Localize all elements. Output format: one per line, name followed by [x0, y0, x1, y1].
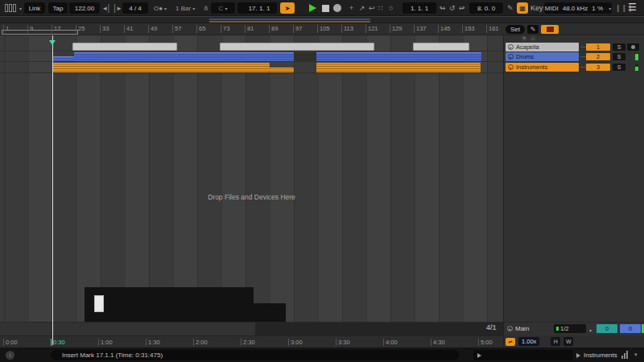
quantize-value: 1 Bar — [175, 5, 191, 12]
solo-button[interactable]: S — [613, 43, 625, 51]
main-track-header[interactable]: ▸ Main 1/2 ▾ 0 0 — [503, 322, 644, 335]
arm-button[interactable] — [627, 43, 639, 51]
unfold-track-icon[interactable]: ▸ — [508, 64, 514, 70]
time-signature-field[interactable]: 4 / 4 — [122, 2, 148, 14]
key-map-button[interactable]: Key — [530, 2, 543, 14]
beat-time-ruler[interactable]: 1917253341495765738189971051131211291371… — [0, 23, 503, 35]
audio-clip[interactable] — [294, 52, 316, 61]
audio-clip[interactable] — [220, 43, 374, 51]
chevron-down-icon[interactable]: ▾ — [634, 352, 638, 358]
quantize-menu[interactable]: 1 Bar▾ — [172, 2, 198, 14]
level-bars-icon[interactable] — [621, 351, 628, 359]
arrangement-canvas[interactable]: Drop Files and Devices Here — [0, 35, 503, 322]
playback-speed-field[interactable]: 1.00x — [518, 337, 539, 346]
punch-in-icon[interactable]: ↬ — [440, 2, 446, 14]
solo-button[interactable]: S — [613, 64, 625, 71]
info-view-toggle[interactable]: i — [6, 351, 14, 360]
time-tick-label: 3:30 — [336, 339, 350, 346]
audio-clip[interactable] — [74, 52, 294, 61]
track-name-box[interactable]: ▸ Instruments — [506, 63, 579, 72]
track-activator-button[interactable]: 2 — [586, 53, 610, 60]
chevron-down-icon[interactable]: ▾ — [609, 6, 611, 11]
draw-mode-pencil-icon[interactable]: ✎ — [507, 2, 514, 14]
solo-button[interactable]: S — [613, 53, 625, 60]
arrangement-record-button[interactable] — [541, 25, 559, 34]
key-root-menu[interactable]: C▾ — [211, 2, 235, 14]
unfold-track-icon[interactable]: ▸ — [508, 54, 514, 60]
main-volume-field[interactable]: 0 — [620, 324, 641, 333]
automation-arm-button[interactable]: ↗ — [359, 2, 365, 14]
punch-out-icon[interactable]: ↫ — [459, 2, 465, 14]
white-chip — [94, 295, 104, 312]
beat-tick-label: 161 — [486, 25, 499, 33]
track-name-box[interactable]: ▸ Drums — [506, 52, 579, 61]
chevron-down-icon[interactable]: ▾ — [589, 327, 592, 333]
arrangement-overview[interactable] — [0, 17, 644, 23]
audio-clip[interactable] — [53, 56, 74, 61]
overview-drums-segment — [209, 19, 370, 20]
track-header-acapella[interactable]: ▸ Acapella 1 S — [506, 43, 644, 51]
audio-clip[interactable] — [53, 63, 270, 72]
beat-tick-label: 113 — [341, 25, 353, 33]
main-pan-field[interactable]: 0 — [597, 324, 617, 333]
session-record-button[interactable]: ○ — [389, 2, 393, 14]
zoom-out-button[interactable]: - — [530, 35, 536, 42]
mixer-menu-icon[interactable]: ☰ — [628, 2, 637, 13]
overdub-button[interactable]: + — [349, 2, 353, 14]
tap-tempo-button[interactable]: Tap — [48, 2, 68, 14]
track-header-instruments[interactable]: ▸ Instruments 3 S — [506, 63, 644, 72]
link-button[interactable]: Link — [24, 2, 45, 14]
nudge-down-icon[interactable]: ◂│ — [103, 2, 111, 14]
preview-play-bar[interactable] — [473, 350, 573, 360]
optimize-width-button[interactable]: W — [564, 337, 573, 346]
capture-midi-icon[interactable]: ∷ — [378, 2, 383, 14]
track-header-drums[interactable]: ▸ Drums 2 S — [506, 52, 644, 61]
current-track-name: Instruments — [584, 352, 617, 359]
unfold-track-icon[interactable]: ▸ — [508, 44, 514, 50]
beat-tick-label: 153 — [462, 25, 475, 33]
nudge-up-icon[interactable]: │▸ — [113, 2, 121, 14]
tempo-field[interactable]: 122.00 — [69, 2, 100, 14]
track-activator-button[interactable]: 3 — [586, 64, 610, 71]
record-button[interactable] — [333, 2, 341, 14]
follow-button[interactable]: ➤ — [280, 2, 295, 14]
optimize-height-button[interactable]: H — [551, 337, 560, 346]
minute-time-ruler[interactable]: 0:000:301:001:302:002:303:003:304:004:30… — [0, 335, 503, 348]
chevron-down-icon[interactable]: ▾ — [18, 2, 22, 14]
midi-map-button[interactable]: MIDI — [545, 5, 559, 12]
zoom-in-button[interactable]: + — [521, 35, 527, 42]
audio-clip[interactable] — [316, 63, 481, 72]
computer-midi-keyboard-button[interactable]: ▦ — [517, 2, 528, 14]
audio-clip[interactable] — [413, 43, 469, 51]
loop-length-field[interactable]: 8. 0. 0 — [469, 2, 503, 14]
audio-clip[interactable] — [72, 43, 177, 51]
midi-cpu-display[interactable]: MIDI 48.0 kHz 1 % ▾ — [544, 2, 612, 14]
tempo-follow-icon[interactable]: ⇄ — [506, 338, 515, 346]
draw-automation-pencil-button[interactable]: ✎ — [527, 25, 539, 34]
metronome-button[interactable]: O●▾ — [151, 2, 170, 14]
unfold-main-icon[interactable]: ▸ — [507, 326, 513, 331]
main-track-lane[interactable] — [0, 322, 503, 335]
beat-tick-label: 41 — [124, 25, 133, 33]
set-marker-button[interactable]: Set — [506, 25, 525, 34]
current-track-indicator[interactable]: Instruments — [576, 350, 617, 360]
stop-button[interactable] — [322, 2, 329, 14]
main-track-name-box[interactable]: ▸ Main — [507, 325, 529, 332]
loop-brace[interactable] — [2, 30, 78, 35]
insert-marker-triangle[interactable] — [49, 40, 56, 45]
audio-clip[interactable] — [270, 68, 294, 72]
scale-fork-icon: ⋔ — [203, 2, 209, 14]
re-enable-automation-button[interactable]: ↩ — [369, 2, 375, 14]
audio-clip[interactable] — [316, 52, 481, 61]
play-button[interactable] — [309, 2, 316, 14]
loop-start-field[interactable]: 1. 1. 1 — [402, 2, 436, 14]
track-activator-button[interactable]: 1 — [586, 43, 610, 51]
time-tick-label: 5:00 — [478, 339, 493, 346]
beat-tick-label: 81 — [245, 25, 254, 33]
main-quantize-menu[interactable]: 1/2 — [554, 324, 586, 333]
main-quantize-value: 1/2 — [560, 325, 568, 332]
loop-switch-icon[interactable]: ↺ — [449, 2, 456, 14]
track-name-box[interactable]: ▸ Acapella — [506, 43, 579, 51]
device-pads-icon[interactable] — [5, 2, 16, 14]
arrangement-position-display[interactable]: 17. 1. 1 — [242, 2, 277, 14]
